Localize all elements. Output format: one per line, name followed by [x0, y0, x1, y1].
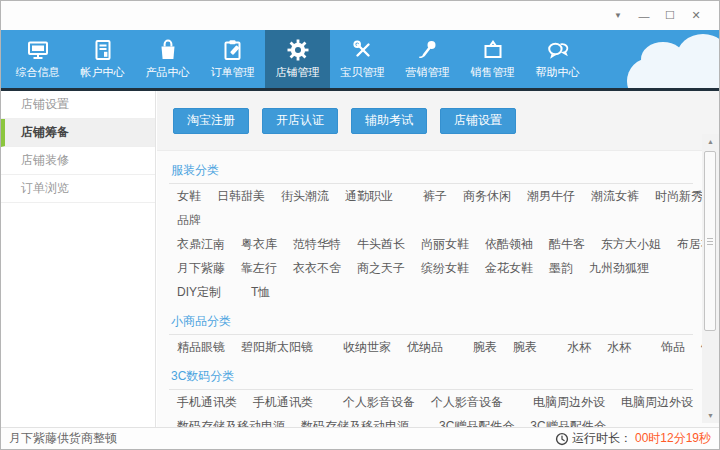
scrollbar-thumb[interactable]	[704, 151, 716, 331]
toolbar-item-label: 帮助中心	[536, 65, 580, 80]
category-link[interactable]: 依酷领袖	[485, 236, 533, 253]
category-link[interactable]: 手机通讯类	[177, 394, 237, 411]
category-link[interactable]: 时尚新秀	[655, 188, 703, 205]
close-button[interactable]: ✕	[683, 5, 709, 27]
category-link[interactable]: 商务休闲	[463, 188, 511, 205]
app-window: ▼—☐✕ 综合信息帐户中心产品中心订单管理店铺管理宝贝管理营销管理销售管理帮助中…	[0, 0, 720, 450]
status-bar: 月下紫藤供货商整顿 运行时长：00时12分19秒	[1, 427, 719, 449]
toolbar-item-help-center[interactable]: 帮助中心	[525, 30, 590, 88]
category-link[interactable]: 优纳品	[407, 339, 443, 356]
category-link[interactable]: 墨韵	[549, 260, 573, 277]
vertical-scrollbar[interactable]: ▲ ▼	[702, 134, 719, 423]
sidebar-item-shop-decor[interactable]: 店铺装修	[1, 147, 155, 175]
category-link[interactable]: 裤子	[423, 188, 447, 205]
minimize-button[interactable]: —	[631, 5, 657, 27]
category-link[interactable]: 电脑周边外设	[621, 394, 693, 411]
category-link[interactable]: 电脑周边外设	[533, 394, 605, 411]
category-link[interactable]: 腕表	[513, 339, 537, 356]
runtime-label: 运行时长：	[572, 430, 632, 447]
category-link[interactable]: 衣衣不舍	[293, 260, 341, 277]
category-link[interactable]: 潮男牛仔	[527, 188, 575, 205]
menu-arrow-button[interactable]: ▼	[605, 5, 631, 27]
category-link[interactable]: 缤纷女鞋	[421, 260, 469, 277]
scrollbar-down-icon[interactable]: ▼	[702, 408, 719, 423]
category-link[interactable]: 女鞋	[177, 188, 201, 205]
runtime-value: 00时12分19秒	[635, 430, 711, 447]
main-content: 淘宝注册开店认证辅助考试店铺设置 服装分类女鞋日韩甜美街头潮流通勤职业裤子商务休…	[157, 91, 719, 427]
link-group: 电脑周边外设电脑周边外设	[533, 394, 693, 411]
category-link[interactable]: 3C赠品配件仓	[530, 418, 605, 427]
category-link[interactable]: 腕表	[473, 339, 497, 356]
toolbar-item-sales-manage[interactable]: 销售管理	[460, 30, 525, 88]
category-link[interactable]: 街头潮流	[281, 188, 329, 205]
scrollbar-up-icon[interactable]: ▲	[702, 134, 719, 149]
category-link[interactable]: DIY定制	[177, 284, 221, 301]
shop-certification-button[interactable]: 开店认证	[262, 108, 338, 134]
action-button-strip: 淘宝注册开店认证辅助考试店铺设置	[157, 91, 719, 151]
category-link[interactable]: 粤衣库	[241, 236, 277, 253]
link-group: 数码存储及移动电源数码存储及移动电源	[177, 418, 409, 427]
category-link[interactable]: 碧阳斯太阳镜	[241, 339, 313, 356]
toolbar-item-item-manage[interactable]: 宝贝管理	[330, 30, 395, 88]
link-group: 腕表腕表	[473, 339, 537, 356]
category-link[interactable]: 日韩甜美	[217, 188, 265, 205]
link-group: 3C赠品配件仓3C赠品配件仓	[439, 418, 606, 427]
links-row: 女鞋日韩甜美街头潮流通勤职业裤子商务休闲潮男牛仔潮流女裤时尚新秀	[169, 184, 693, 208]
category-link[interactable]: 个人影音设备	[343, 394, 415, 411]
category-link[interactable]: 靠左行	[241, 260, 277, 277]
toolbar-item-label: 订单管理	[211, 65, 255, 80]
link-group: 月下紫藤靠左行衣衣不舍商之天子缤纷女鞋金花女鞋墨韵九州劲狐狸	[177, 260, 649, 277]
category-link[interactable]: 月下紫藤	[177, 260, 225, 277]
links-row: 月下紫藤靠左行衣衣不舍商之天子缤纷女鞋金花女鞋墨韵九州劲狐狸	[169, 256, 693, 280]
category-link[interactable]: 九州劲狐狸	[589, 260, 649, 277]
toolbar-item-general-info[interactable]: 综合信息	[5, 30, 70, 88]
category-link[interactable]: 尚丽女鞋	[421, 236, 469, 253]
chat-icon	[546, 38, 570, 62]
links-row: DIY定制T恤	[169, 280, 693, 304]
toolbar-item-account-center[interactable]: 帐户中心	[70, 30, 135, 88]
section-title: 3C数码分类	[169, 359, 693, 390]
link-group: 水杯水杯	[567, 339, 631, 356]
category-link[interactable]: 水杯	[607, 339, 631, 356]
category-link[interactable]: 东方大小姐	[601, 236, 661, 253]
document-icon	[91, 38, 115, 62]
category-link[interactable]: 3C赠品配件仓	[439, 418, 514, 427]
category-link[interactable]: T恤	[251, 284, 270, 301]
toolbar-item-product-center[interactable]: 产品中心	[135, 30, 200, 88]
toolbar-item-order-manage[interactable]: 订单管理	[200, 30, 265, 88]
category-link[interactable]: 个人影音设备	[431, 394, 503, 411]
category-link[interactable]: 牛头酋长	[357, 236, 405, 253]
toolbar-item-marketing[interactable]: 营销管理	[395, 30, 460, 88]
category-link[interactable]: 金花女鞋	[485, 260, 533, 277]
toolbar-item-label: 综合信息	[16, 65, 60, 80]
category-link[interactable]: 数码存储及移动电源	[301, 418, 409, 427]
category-link[interactable]: 水杯	[567, 339, 591, 356]
taobao-register-button[interactable]: 淘宝注册	[173, 108, 249, 134]
toolbar-item-shop-manage[interactable]: 店铺管理	[265, 30, 330, 88]
category-link[interactable]: 衣鼎江南	[177, 236, 225, 253]
group-label: 品牌	[169, 208, 693, 232]
sidebar-item-shop-settings[interactable]: 店铺设置	[1, 91, 155, 119]
category-link[interactable]: 通勤职业	[345, 188, 393, 205]
sidebar-item-order-browse[interactable]: 订单浏览	[1, 175, 155, 203]
maximize-button[interactable]: ☐	[657, 5, 683, 27]
clock-icon	[555, 432, 569, 446]
sidebar-item-shop-prep[interactable]: 店铺筹备	[1, 119, 155, 147]
bag-icon	[156, 38, 180, 62]
links-row: 精品眼镜碧阳斯太阳镜收纳世家优纳品腕表腕表水杯水杯饰品饰品	[169, 335, 693, 359]
category-link[interactable]: 潮流女裤	[591, 188, 639, 205]
category-link[interactable]: 手机通讯类	[253, 394, 313, 411]
category-link[interactable]: 收纳世家	[343, 339, 391, 356]
category-link[interactable]: 精品眼镜	[177, 339, 225, 356]
category-link[interactable]: 商之天子	[357, 260, 405, 277]
assist-exam-button[interactable]: 辅助考试	[351, 108, 427, 134]
sidebar: 店铺设置店铺筹备店铺装修订单浏览	[1, 91, 156, 427]
category-link[interactable]: 数码存储及移动电源	[177, 418, 285, 427]
shop-settings-button[interactable]: 店铺设置	[440, 108, 516, 134]
category-link[interactable]: 范特华特	[293, 236, 341, 253]
category-sections: 服装分类女鞋日韩甜美街头潮流通勤职业裤子商务休闲潮男牛仔潮流女裤时尚新秀品牌衣鼎…	[157, 151, 719, 427]
category-link[interactable]: 饰品	[661, 339, 685, 356]
link-group: 精品眼镜碧阳斯太阳镜	[177, 339, 313, 356]
category-link[interactable]: 酷牛客	[549, 236, 585, 253]
section-title: 小商品分类	[169, 304, 693, 335]
